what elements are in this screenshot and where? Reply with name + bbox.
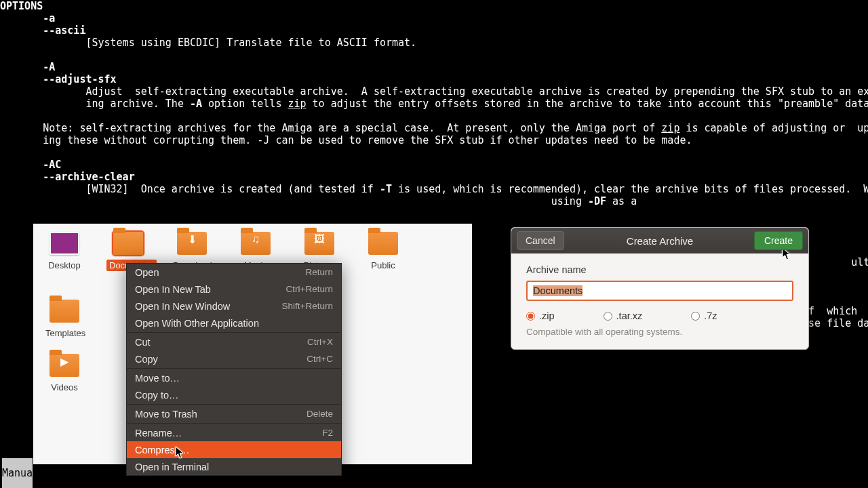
icon-label: Public (368, 260, 397, 271)
folder-glyph-icon: ⬇ (176, 233, 208, 246)
menu-item-compress[interactable]: Compress… (127, 441, 341, 458)
format-7z-radio[interactable] (691, 312, 700, 321)
manpage-status: Manua (2, 458, 33, 488)
menu-item-shortcut: Ctrl+Return (286, 284, 333, 294)
folder-icon: ▶ (48, 350, 81, 380)
folder-icon: 🖼 (303, 228, 336, 258)
folder-desktop[interactable]: Desktop (43, 228, 86, 275)
menu-item-copy[interactable]: CopyCtrl+C (127, 350, 341, 367)
format-zip-option[interactable]: .zip (526, 310, 555, 321)
archive-name-label: Archive name (526, 264, 793, 275)
menu-item-open-in-terminal[interactable]: Open in Terminal (127, 458, 341, 475)
menu-item-open-in-new-window[interactable]: Open In New WindowShift+Return (127, 298, 341, 314)
menu-item-label: Open In New Window (135, 301, 230, 312)
folder-videos[interactable]: ▶Videos (43, 350, 86, 397)
archive-format-group: .zip .tar.xz .7z (526, 310, 793, 321)
menu-separator (127, 404, 341, 405)
format-tarxz-option[interactable]: .tar.xz (604, 310, 643, 321)
folder-templates[interactable]: Templates (43, 296, 86, 343)
menu-item-label: Move to Trash (135, 409, 197, 420)
folder-glyph-icon: ▶ (48, 355, 81, 368)
format-hint: Compatible with all operating systems. (526, 327, 793, 337)
folder-glyph-icon: ♫ (239, 233, 272, 245)
menu-item-open[interactable]: OpenReturn (127, 264, 341, 281)
format-tarxz-radio[interactable] (604, 312, 612, 321)
menu-item-rename[interactable]: Rename…F2 (127, 424, 341, 441)
create-archive-dialog: Cancel Create Archive Create Archive nam… (511, 227, 809, 350)
folder-glyph-icon: 🖼 (303, 233, 336, 245)
format-zip-radio[interactable] (526, 312, 535, 321)
menu-item-open-with-other-application[interactable]: Open With Other Application (127, 314, 341, 331)
menu-item-label: Copy (135, 354, 158, 365)
menu-item-label: Open (135, 267, 159, 278)
menu-separator (127, 332, 341, 333)
menu-item-move-to[interactable]: Move to… (127, 369, 341, 386)
menu-item-label: Rename… (135, 428, 182, 439)
desktop-icon (48, 228, 81, 258)
menu-item-label: Open With Other Application (135, 318, 259, 329)
folder-icon (367, 228, 399, 258)
folder-icon (48, 296, 81, 325)
menu-separator (127, 423, 341, 424)
cancel-button[interactable]: Cancel (517, 231, 564, 250)
menu-item-cut[interactable]: CutCtrl+X (127, 333, 341, 350)
menu-item-shortcut: Ctrl+X (307, 337, 333, 347)
menu-item-shortcut: Return (305, 267, 333, 277)
icon-label: Desktop (45, 260, 83, 271)
menu-item-move-to-trash[interactable]: Move to TrashDelete (127, 405, 341, 422)
archive-name-input[interactable] (526, 281, 793, 301)
menu-item-shortcut: Delete (307, 409, 333, 419)
folder-icon: ⬇ (176, 228, 208, 258)
menu-item-open-in-new-tab[interactable]: Open In New TabCtrl+Return (127, 281, 341, 298)
menu-item-label: Cut (135, 337, 151, 348)
menu-item-label: Copy to… (135, 390, 178, 401)
menu-separator (127, 368, 341, 369)
folder-icon (112, 228, 144, 258)
menu-item-copy-to[interactable]: Copy to… (127, 386, 341, 403)
menu-item-shortcut: Ctrl+C (307, 354, 333, 364)
menu-item-shortcut: Shift+Return (282, 301, 333, 311)
folder-public[interactable]: Public (361, 228, 405, 275)
menu-item-label: Compress… (135, 445, 190, 455)
icon-label: Templates (43, 327, 88, 339)
format-7z-option[interactable]: .7z (691, 310, 717, 321)
context-menu: OpenReturnOpen In New TabCtrl+ReturnOpen… (126, 263, 342, 476)
folder-icon: ♫ (239, 228, 272, 258)
menu-item-label: Open In New Tab (135, 284, 211, 295)
menu-item-shortcut: F2 (322, 428, 333, 438)
icon-label: Videos (48, 382, 81, 393)
create-button[interactable]: Create (754, 231, 803, 250)
menu-item-label: Move to… (135, 373, 180, 384)
menu-item-label: Open in Terminal (135, 462, 209, 472)
